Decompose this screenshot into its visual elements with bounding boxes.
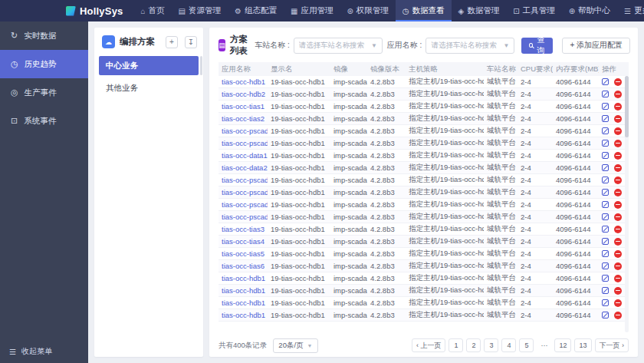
app-name-link[interactable]: tias-occ-pscada6	[222, 213, 268, 221]
edit-icon[interactable]	[602, 115, 609, 122]
next-page-button[interactable]: 下一页 ›	[595, 338, 629, 352]
app-name-link[interactable]: tias-occ-hdb1	[222, 286, 265, 295]
page-button-12[interactable]: 12	[554, 338, 571, 352]
disable-icon[interactable]	[614, 213, 622, 221]
nav-item-home[interactable]: ⌂ 首页 ▾	[134, 0, 172, 21]
disable-icon[interactable]	[614, 152, 622, 160]
nav-item-tools[interactable]: ⊡ 工具管理 ▾	[506, 0, 561, 21]
prev-page-button[interactable]: ‹ 上一页	[412, 338, 446, 352]
edit-icon[interactable]	[602, 78, 609, 85]
app-name-link[interactable]: tias-occ-hdb1	[222, 274, 265, 282]
disable-icon[interactable]	[614, 78, 622, 86]
collapse-menu-button[interactable]: ☰ 收起菜单	[0, 340, 88, 363]
disable-icon[interactable]	[614, 140, 622, 147]
disable-icon[interactable]	[614, 250, 622, 258]
app-name-link[interactable]: tias-occ-hdb2	[222, 90, 265, 98]
app-name-link[interactable]: tias-occ-data2	[222, 163, 268, 172]
disable-icon[interactable]	[614, 287, 622, 295]
nav-item-configuration[interactable]: ⚙ 组态配置 ▾	[228, 0, 284, 21]
disable-icon[interactable]	[614, 238, 622, 246]
app-name-link[interactable]: tias-occ-hdb1	[222, 311, 265, 319]
edit-icon[interactable]	[602, 189, 609, 196]
page-size-select[interactable]: 20条/页 ▼	[273, 338, 317, 353]
disable-icon[interactable]	[614, 91, 622, 98]
disable-icon[interactable]	[614, 262, 622, 270]
app-select[interactable]: 请选择车站名称搜索 ▼	[426, 38, 514, 54]
disable-icon[interactable]	[614, 164, 622, 172]
add-app-config-button[interactable]: + 添加应用配置	[562, 38, 630, 54]
table-scrollbar-thumb[interactable]	[625, 76, 629, 137]
disable-icon[interactable]	[614, 201, 622, 209]
edit-icon[interactable]	[602, 177, 609, 183]
edit-icon[interactable]	[602, 262, 609, 269]
edit-icon[interactable]	[602, 213, 609, 220]
page-button-13[interactable]: 13	[574, 338, 591, 352]
disable-icon[interactable]	[614, 177, 622, 184]
table-scrollbar[interactable]	[625, 76, 629, 332]
edit-icon[interactable]	[602, 127, 609, 134]
disable-icon[interactable]	[614, 189, 622, 196]
app-name-link[interactable]: tias-occ-pscada1	[222, 139, 268, 147]
nav-item-more[interactable]: ☰ 更多 ▾	[617, 0, 644, 21]
nav-item-resources[interactable]: ▤ 资源管理 ▾	[172, 0, 228, 21]
app-name-link[interactable]: tias-occ-hdb1	[222, 299, 265, 307]
edit-icon[interactable]	[602, 152, 609, 159]
edit-icon[interactable]	[602, 226, 609, 233]
edit-icon[interactable]	[602, 238, 609, 245]
disable-icon[interactable]	[614, 299, 622, 307]
sidebar-item-history-trend[interactable]: ◷ 历史趋势	[0, 50, 88, 78]
edit-icon[interactable]	[602, 201, 609, 208]
sidebar-item-production-events[interactable]: ◎ 生产事件	[0, 78, 88, 107]
plan-list-item[interactable]: 中心业务	[99, 56, 199, 75]
app-name-link[interactable]: tias-occ-tias6	[222, 262, 264, 270]
app-name-link[interactable]: tias-occ-pscada3	[222, 176, 268, 184]
export-plan-button[interactable]: ↧	[185, 36, 197, 48]
edit-icon[interactable]	[602, 287, 609, 294]
app-name-link[interactable]: tias-occ-hdb1	[222, 78, 265, 86]
host-policy-cell: 指定主机/19-tias-occ-hdb1	[406, 101, 484, 113]
database-icon: ◈	[458, 7, 465, 15]
disable-icon[interactable]	[614, 115, 622, 123]
page-button-4[interactable]: 4	[501, 338, 516, 352]
edit-icon[interactable]	[602, 164, 609, 171]
nav-item-data-view[interactable]: ◷ 数据查看 ▾	[396, 0, 452, 21]
sidebar-item-system-events[interactable]: ⊡ 系统事件	[0, 107, 88, 135]
app-name-link[interactable]: tias-occ-data1	[222, 151, 268, 160]
nav-item-help[interactable]: ⊕ 帮助中心 ▾	[562, 0, 617, 21]
sidebar-item-realtime-data[interactable]: ↻ 实时数据	[0, 21, 88, 50]
disable-icon[interactable]	[614, 103, 622, 111]
edit-icon[interactable]	[602, 103, 609, 110]
app-name-link[interactable]: tias-occ-tias5	[222, 249, 264, 258]
app-name-link[interactable]: tias-occ-pscada4	[222, 188, 268, 196]
add-plan-button[interactable]: +	[166, 36, 178, 48]
app-name-link[interactable]: tias-occ-pscada5	[222, 200, 268, 209]
edit-icon[interactable]	[602, 140, 609, 147]
disable-icon[interactable]	[614, 312, 622, 319]
edit-icon[interactable]	[602, 299, 609, 306]
page-button-3[interactable]: 3	[484, 338, 498, 352]
nav-item-data-manage[interactable]: ◈ 数据管理 ▾	[452, 0, 507, 21]
plan-list-scrollbar[interactable]	[200, 56, 202, 75]
app-name-link[interactable]: tias-occ-tias3	[222, 225, 264, 233]
app-name-link[interactable]: tias-occ-tias4	[222, 237, 264, 246]
app-name-link[interactable]: tias-occ-tias2	[222, 114, 264, 123]
edit-icon[interactable]	[602, 91, 609, 97]
query-button[interactable]: 查询	[521, 38, 553, 54]
page-button-2[interactable]: 2	[466, 338, 481, 352]
disable-icon[interactable]	[614, 127, 622, 135]
page-button-5[interactable]: 5	[519, 338, 534, 352]
nav-item-permissions[interactable]: ⊛ 权限管理 ▾	[340, 0, 395, 21]
app-name-link[interactable]: tias-occ-pscada1	[222, 127, 268, 135]
nav-item-applications[interactable]: ▦ 应用管理 ▾	[284, 0, 340, 21]
edit-icon[interactable]	[602, 250, 609, 257]
plan-list: 中心业务 其他业务	[94, 54, 203, 102]
plan-list-item[interactable]: 其他业务	[99, 78, 199, 97]
disable-icon[interactable]	[614, 226, 622, 233]
edit-icon[interactable]	[602, 312, 609, 318]
page-button-1[interactable]: 1	[449, 338, 463, 352]
edit-icon[interactable]	[602, 275, 609, 282]
station-select[interactable]: 请选择车站名称搜索 ▼	[294, 38, 383, 54]
app-name-link[interactable]: tias-occ-tias1	[222, 102, 264, 111]
disable-icon[interactable]	[614, 275, 622, 282]
cpu-cell: 2-4	[518, 76, 553, 88]
